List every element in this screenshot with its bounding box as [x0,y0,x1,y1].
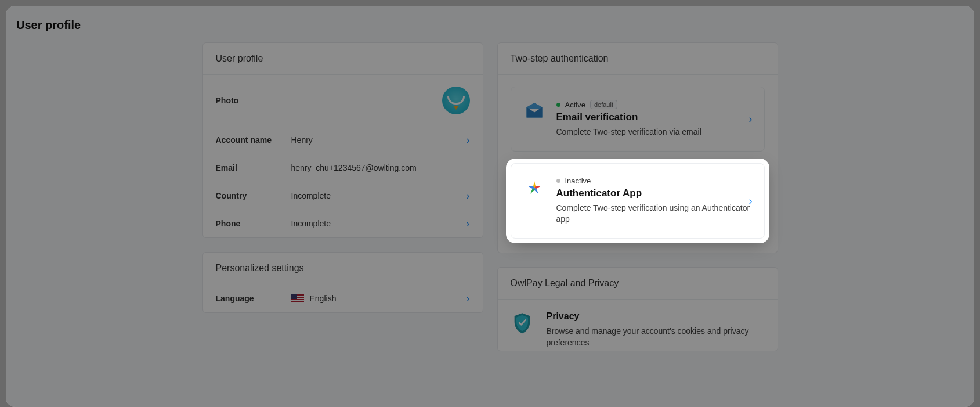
legal-card-title: OwlPay Legal and Privacy [498,268,778,300]
email-status-line: Active default [556,100,753,109]
language-text: English [310,294,337,303]
chevron-right-icon[interactable]: › [458,293,470,305]
status-dot-active-icon [556,103,560,107]
legal-card: OwlPay Legal and Privacy Privacy Browse … [497,267,778,352]
profile-card: User profile Photo Account name Henry › [202,42,483,238]
chevron-right-icon[interactable]: › [749,195,753,207]
flag-us-icon [291,294,304,302]
authenticator-icon [523,177,546,200]
two-step-card-body: Active default Email verification Comple… [498,87,778,253]
default-pill: default [590,100,617,109]
page-container: User profile User profile Photo [6,6,974,407]
owl-icon [447,96,465,105]
chevron-right-icon[interactable]: › [749,113,753,125]
profile-card-body: Photo Account name Henry › Email [203,75,483,237]
privacy-desc: Browse and manage your account's cookies… [547,325,765,349]
country-row[interactable]: Country Incomplete › [216,182,470,210]
language-row[interactable]: Language English › [216,284,470,312]
right-column: Two-step authentication [497,42,778,351]
personalized-card-title: Personalized settings [203,253,483,284]
content-columns: User profile Photo Account name Henry › [6,42,974,351]
email-value: henry_chu+1234567@owlting.com [291,163,470,172]
email-row: Email henry_chu+1234567@owlting.com [216,154,470,182]
shield-icon [511,311,534,334]
privacy-title: Privacy [547,311,765,322]
personalized-card-body: Language English › [203,284,483,312]
language-label: Language [216,294,291,303]
profile-photo-row: Photo [216,75,470,126]
privacy-body: Privacy Browse and manage your account's… [547,311,765,349]
account-name-label: Account name [216,135,291,145]
mail-icon [523,100,546,123]
avatar[interactable] [442,87,470,114]
authenticator-title: Authenticator App [556,188,753,199]
chevron-right-icon[interactable]: › [458,218,470,230]
profile-card-title: User profile [203,43,483,75]
status-dot-inactive-icon [556,179,560,183]
chevron-right-icon[interactable]: › [458,134,470,146]
email-label: Email [216,163,291,172]
phone-value: Incomplete [291,219,458,228]
two-step-card-title: Two-step authentication [498,43,778,75]
authenticator-status: Inactive [565,177,591,185]
chevron-right-icon[interactable]: › [458,190,470,202]
email-verification-desc: Complete Two-step verification via email [556,127,753,138]
email-verification-item[interactable]: Active default Email verification Comple… [511,87,765,152]
country-value: Incomplete [291,191,458,200]
phone-label: Phone [216,219,291,228]
language-value: English [291,294,458,303]
account-name-value: Henry [291,135,458,145]
two-step-card: Two-step authentication [497,42,778,253]
left-column: User profile Photo Account name Henry › [202,42,483,351]
authenticator-item[interactable]: Inactive Authenticator App Complete Two-… [511,163,765,239]
page-title: User profile [16,19,964,32]
country-label: Country [216,191,291,200]
account-name-row[interactable]: Account name Henry › [216,126,470,154]
authenticator-body: Inactive Authenticator App Complete Two-… [556,177,753,225]
photo-label: Photo [216,96,291,105]
personalized-card: Personalized settings Language English › [202,252,483,313]
authenticator-desc: Complete Two-step verification using an … [556,203,753,225]
page-header: User profile [6,6,974,42]
phone-row[interactable]: Phone Incomplete › [216,210,470,237]
privacy-row[interactable]: Privacy Browse and manage your account's… [498,300,778,351]
authenticator-status-line: Inactive [556,177,753,185]
email-verification-title: Email verification [556,111,753,123]
email-status: Active [565,100,585,109]
email-verification-body: Active default Email verification Comple… [556,100,753,138]
